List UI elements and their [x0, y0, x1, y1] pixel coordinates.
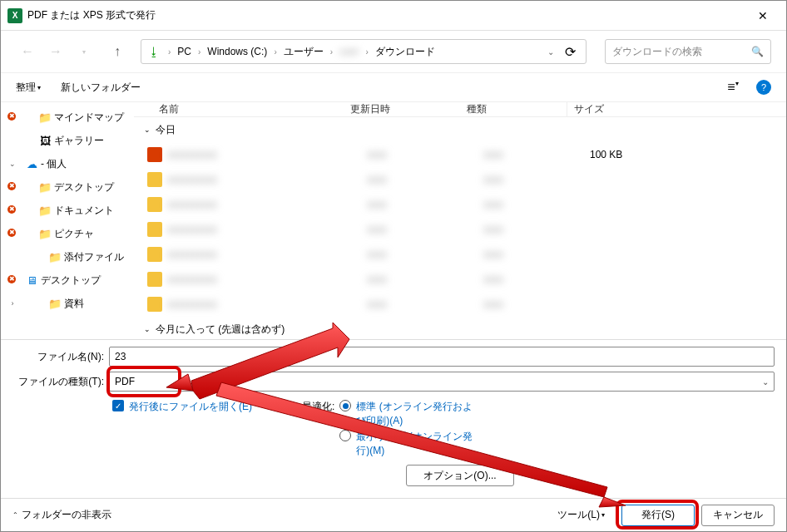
search-input[interactable]: ダウンロードの検索 🔍: [605, 39, 771, 64]
breadcrumb-item[interactable]: user: [336, 44, 362, 59]
organize-menu[interactable]: 整理 ▾: [16, 81, 41, 95]
hide-folders-button[interactable]: ⌃ フォルダーの非表示: [12, 508, 111, 522]
folder-tree: 📁マインドマップ🖼ギャラリー⌄☁ - 個人›📁デスクトップ›📁ドキュメント›📁ピ…: [1, 102, 134, 339]
file-row[interactable]: xxxxxxxxxx xxxx xxxx: [134, 267, 786, 292]
tree-item[interactable]: ⌄🖥デスクトップ: [1, 268, 134, 292]
recent-dropdown[interactable]: ▾: [72, 40, 96, 63]
file-row[interactable]: xxxxxxxxxx xxxx xxxx: [134, 292, 786, 317]
open-after-checkbox[interactable]: ✓: [112, 400, 124, 411]
chevron-down-icon[interactable]: ⌄: [547, 47, 554, 57]
search-placeholder: ダウンロードの検索: [612, 45, 751, 59]
tools-menu[interactable]: ツール(L) ▾: [557, 508, 605, 522]
tree-item[interactable]: ›📁資料: [1, 292, 134, 315]
excel-icon: X: [7, 8, 22, 23]
group-header[interactable]: ⌄今日: [134, 117, 786, 142]
forward-button[interactable]: →: [44, 40, 67, 63]
filetype-label: ファイルの種類(T):: [12, 375, 104, 389]
view-menu[interactable]: ≡ ▾: [725, 80, 741, 95]
cancel-button[interactable]: キャンセル: [701, 505, 775, 526]
breadcrumb-item[interactable]: ダウンロード: [372, 43, 438, 61]
chevron-down-icon: ⌄: [762, 377, 769, 387]
optimize-standard-radio[interactable]: [339, 400, 351, 411]
tree-item[interactable]: 📁マインドマップ: [1, 106, 134, 129]
filename-input[interactable]: [109, 347, 775, 367]
column-name[interactable]: 名前: [134, 102, 350, 116]
file-row[interactable]: xxxxxxxxxx xxxx xxxx100 KB: [134, 142, 786, 167]
tree-item[interactable]: ⌄☁ - 個人: [1, 152, 134, 175]
new-folder-button[interactable]: 新しいフォルダー: [61, 81, 141, 95]
group-header[interactable]: ⌄今月に入って (先週は含めず): [134, 317, 786, 342]
breadcrumb-item[interactable]: ユーザー: [280, 43, 327, 61]
open-after-label: 発行後にファイルを開く(E): [129, 400, 252, 414]
tree-item[interactable]: ›📁ピクチャ: [1, 222, 134, 245]
filetype-select[interactable]: PDF ⌄: [109, 372, 775, 392]
back-button[interactable]: ←: [16, 40, 39, 63]
column-type[interactable]: 種類: [467, 102, 567, 116]
tree-item[interactable]: ›📁ドキュメント: [1, 199, 134, 222]
close-button[interactable]: ✕: [746, 3, 780, 28]
file-row[interactable]: xxxxxxxxxx xxxx xxxx: [134, 192, 786, 217]
download-icon: ⭳: [148, 45, 160, 58]
window-title: PDF または XPS 形式で発行: [27, 8, 746, 22]
publish-button[interactable]: 発行(S): [621, 505, 695, 526]
file-row[interactable]: xxxxxxxxxx xxxx xxxx: [134, 217, 786, 242]
filename-label: ファイル名(N):: [12, 350, 104, 364]
breadcrumb-item[interactable]: PC: [174, 44, 195, 59]
optimize-label: 最適化:: [302, 400, 334, 460]
tree-item[interactable]: 🖼ギャラリー: [1, 129, 134, 152]
file-list: 名前 更新日時 種類 サイズ ⌄今日 xxxxxxxxxx xxxx xxxx1…: [134, 102, 786, 339]
search-icon: 🔍: [751, 46, 764, 57]
column-date[interactable]: 更新日時: [350, 102, 467, 116]
chevron-up-icon: ⌃: [12, 511, 18, 519]
tree-item[interactable]: ›📁デスクトップ: [1, 175, 134, 199]
breadcrumb-item[interactable]: Windows (C:): [204, 44, 270, 59]
tree-item[interactable]: 📁添付ファイル: [1, 245, 134, 268]
column-size[interactable]: サイズ: [567, 102, 633, 116]
help-button[interactable]: ?: [756, 80, 771, 95]
options-button[interactable]: オプション(O)...: [406, 465, 513, 486]
file-row[interactable]: xxxxxxxxxx xxxx xxxx: [134, 167, 786, 192]
file-row[interactable]: xxxxxxxxxx xxxx xxxx: [134, 242, 786, 267]
optimize-minimum-radio[interactable]: [339, 430, 351, 441]
up-button[interactable]: ↑: [106, 40, 129, 63]
refresh-button[interactable]: ⟳: [559, 44, 581, 60]
breadcrumb[interactable]: ⭳ › PC › Windows (C:) › ユーザー › user › ダウ…: [141, 39, 587, 64]
